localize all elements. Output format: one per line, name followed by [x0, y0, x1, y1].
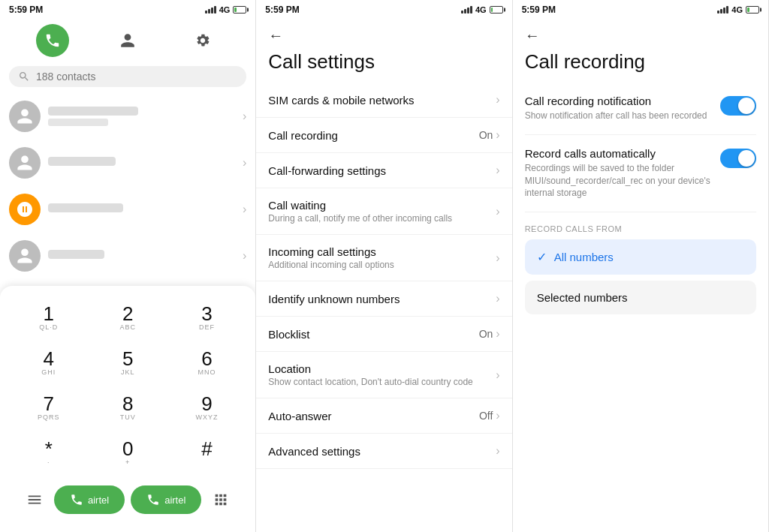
settings-item-autoanswer[interactable]: Auto-answer Off ›: [256, 398, 511, 434]
list-item[interactable]: ›: [0, 93, 255, 140]
back-button[interactable]: ←: [268, 27, 499, 44]
signal-icon-1: [205, 6, 216, 14]
status-time-1: 5:59 PM: [9, 5, 43, 15]
settings-item-title: Advanced settings: [268, 445, 496, 458]
chevron-right-icon: ›: [496, 409, 499, 422]
call-label-2: airtel: [164, 494, 185, 506]
settings-item-title: Blocklist: [268, 328, 478, 341]
phone-call-icon: [70, 493, 83, 506]
status-bar-1: 5:59 PM 4G: [0, 0, 255, 18]
settings-item-identify[interactable]: Identify unknown numbers ›: [256, 281, 511, 317]
avatar: [9, 240, 41, 272]
notification-toggle[interactable]: [720, 96, 756, 116]
settings-item-location[interactable]: Location Show contact location, Don't au…: [256, 352, 511, 398]
phone-icon: [44, 32, 61, 49]
all-numbers-option[interactable]: ✓ All numbers: [525, 239, 756, 275]
dial-key-6[interactable]: 6MNO: [170, 343, 243, 382]
contact-name: [48, 157, 116, 166]
dial-key-3[interactable]: 3DEF: [170, 298, 243, 337]
dial-key-5[interactable]: 5JKL: [91, 343, 164, 382]
signal-icon-2: [461, 6, 472, 14]
dialpad-grid: 1QL·D 2ABC 3DEF 4GHI 5JKL 6MNO 7PQRS 8TU…: [12, 298, 243, 472]
network-type-1: 4G: [219, 5, 231, 14]
dial-key-4[interactable]: 4GHI: [12, 343, 85, 382]
battery-icon-3: [746, 6, 759, 14]
gear-icon: [195, 32, 211, 49]
grid-button[interactable]: [207, 486, 234, 513]
all-numbers-label: All numbers: [554, 251, 614, 263]
grid-icon: [213, 491, 229, 508]
auto-record-title: Record calls automatically: [525, 147, 711, 160]
settings-item-forwarding[interactable]: Call-forwarding settings ›: [256, 153, 511, 188]
settings-item-blocklist[interactable]: Blocklist On ›: [256, 317, 511, 352]
list-item[interactable]: ›: [0, 233, 255, 279]
menu-button[interactable]: [21, 486, 48, 513]
contact-info: [48, 250, 235, 262]
battery-icon-1: [233, 6, 246, 14]
record-from-label: RECORD CALLS FROM: [525, 212, 756, 239]
page-title: Call settings: [268, 50, 499, 74]
settings-item-waiting[interactable]: Call waiting During a call, notify me of…: [256, 188, 511, 235]
status-bar-3: 5:59 PM 4G: [513, 0, 768, 18]
search-bar[interactable]: [9, 66, 246, 87]
settings-item-title: Location: [268, 362, 496, 375]
bottom-bar: airtel airtel: [12, 481, 243, 520]
settings-header: ← Call settings: [256, 18, 511, 83]
chevron-right-icon: ›: [496, 251, 499, 265]
chevron-right-icon: ›: [243, 249, 246, 263]
recording-page-title: Call recording: [525, 50, 756, 74]
settings-item-value: Off: [479, 410, 493, 422]
status-indicators-1: 4G: [205, 5, 247, 14]
dial-key-0[interactable]: 0+: [91, 433, 164, 472]
settings-item-sub: During a call, notify me of other incomi…: [268, 213, 496, 224]
chevron-right-icon: ›: [496, 164, 499, 177]
dial-key-9[interactable]: 9WXYZ: [170, 388, 243, 427]
recording-header: ← Call recording: [513, 18, 768, 83]
chevron-right-icon: ›: [496, 128, 499, 142]
settings-item-advanced[interactable]: Advanced settings ›: [256, 434, 511, 469]
settings-item-recording[interactable]: Call recording On ›: [256, 118, 511, 153]
settings-item-title: Identify unknown numbers: [268, 293, 496, 305]
settings-item-value: On: [479, 328, 493, 340]
back-button-recording[interactable]: ←: [525, 27, 756, 44]
settings-item-value: On: [479, 129, 493, 141]
settings-item-title: SIM cards & mobile networks: [268, 94, 496, 107]
search-input[interactable]: [36, 71, 237, 83]
selected-numbers-label: Selected numbers: [537, 291, 628, 304]
phone-tab[interactable]: [36, 24, 69, 57]
settings-tab[interactable]: [186, 24, 219, 57]
contact-info: [48, 203, 235, 215]
contact-sub: [48, 119, 108, 126]
settings-item-sub: Show contact location, Don't auto-dial c…: [268, 377, 496, 387]
auto-record-toggle[interactable]: [720, 149, 756, 168]
contact-info: [48, 157, 235, 169]
list-item[interactable]: ›: [0, 140, 255, 186]
call-label-1: airtel: [88, 494, 109, 506]
status-time-3: 5:59 PM: [522, 5, 556, 15]
settings-list: SIM cards & mobile networks › Call recor…: [256, 83, 511, 532]
contact-list: › › › ›: [0, 93, 255, 286]
settings-item-incoming[interactable]: Incoming call settings Additional incomi…: [256, 235, 511, 281]
avatar: [9, 147, 41, 179]
chevron-right-icon: ›: [496, 205, 499, 218]
dial-key-8[interactable]: 8TUV: [91, 388, 164, 427]
contact-info: [48, 107, 235, 126]
contacts-tab[interactable]: [111, 24, 144, 57]
status-indicators-2: 4G: [461, 5, 503, 14]
notification-title: Call recording notification: [525, 95, 711, 107]
list-item[interactable]: ›: [0, 186, 255, 233]
contact-name: [48, 250, 104, 259]
dial-key-7[interactable]: 7PQRS: [12, 388, 85, 427]
settings-item-sim[interactable]: SIM cards & mobile networks ›: [256, 83, 511, 118]
dial-key-1[interactable]: 1QL·D: [12, 298, 85, 337]
dial-key-hash[interactable]: #: [170, 433, 243, 472]
chevron-right-icon: ›: [243, 110, 246, 123]
contact-name: [48, 107, 138, 116]
notification-sub: Show notification after call has been re…: [525, 110, 711, 122]
dial-key-star[interactable]: *·: [12, 433, 85, 472]
selected-numbers-option[interactable]: Selected numbers: [525, 281, 756, 314]
call-button-airtel1[interactable]: airtel: [54, 485, 125, 514]
dial-key-2[interactable]: 2ABC: [91, 298, 164, 337]
battery-icon-2: [490, 6, 503, 14]
call-button-airtel2[interactable]: airtel: [131, 485, 201, 514]
